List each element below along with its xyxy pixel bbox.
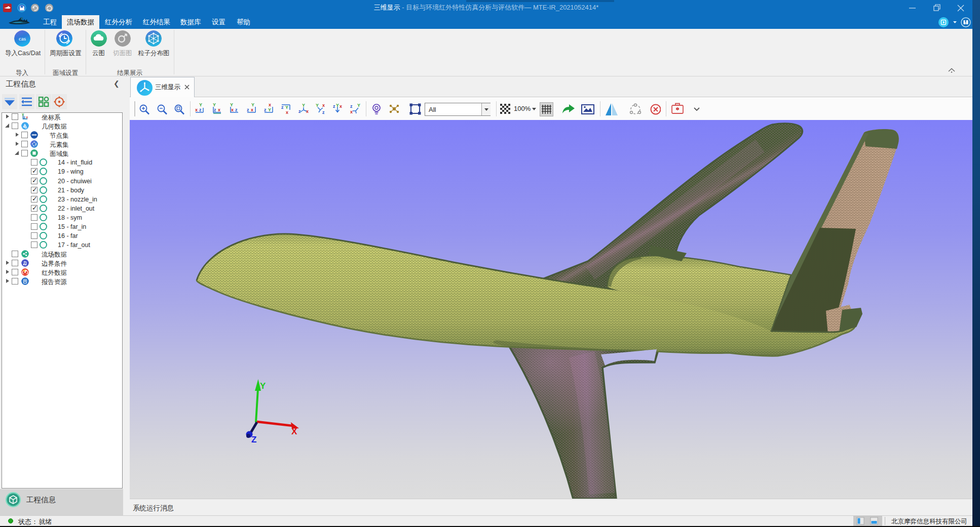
svg-text:Y: Y bbox=[230, 103, 233, 107]
svg-text:z: z bbox=[214, 107, 216, 112]
svg-text:Y: Y bbox=[357, 103, 360, 108]
svg-text:x: x bbox=[269, 103, 271, 107]
svg-text:x: x bbox=[251, 107, 253, 112]
svg-text:Y: Y bbox=[260, 381, 266, 391]
svg-text:Y: Y bbox=[268, 107, 271, 112]
svg-text:x: x bbox=[322, 103, 325, 108]
svg-text:x: x bbox=[340, 104, 342, 109]
svg-text:Y: Y bbox=[199, 103, 202, 107]
svg-text:z: z bbox=[322, 110, 325, 115]
svg-text:Y: Y bbox=[316, 103, 319, 108]
svg-text:x: x bbox=[286, 110, 288, 115]
svg-text:z: z bbox=[247, 107, 249, 112]
svg-text:z: z bbox=[264, 107, 267, 112]
svg-text:z: z bbox=[199, 107, 202, 112]
svg-text:Z: Z bbox=[251, 435, 256, 444]
svg-text:Y: Y bbox=[213, 103, 216, 107]
svg-text:z: z bbox=[281, 105, 284, 110]
svg-text:Y: Y bbox=[285, 105, 288, 110]
svg-text:X: X bbox=[291, 427, 297, 436]
svg-text:z: z bbox=[333, 104, 335, 109]
svg-text:Y: Y bbox=[302, 103, 305, 108]
svg-text:x: x bbox=[218, 107, 220, 112]
svg-text:x: x bbox=[195, 107, 198, 112]
svg-text:z: z bbox=[350, 104, 353, 109]
svg-text:cas: cas bbox=[19, 35, 26, 42]
svg-text:z: z bbox=[24, 115, 26, 119]
svg-text:x: x bbox=[350, 109, 353, 114]
svg-text:x: x bbox=[26, 115, 28, 119]
svg-text:z: z bbox=[235, 107, 238, 112]
svg-text:Y: Y bbox=[251, 103, 254, 107]
svg-text:x: x bbox=[231, 107, 234, 112]
